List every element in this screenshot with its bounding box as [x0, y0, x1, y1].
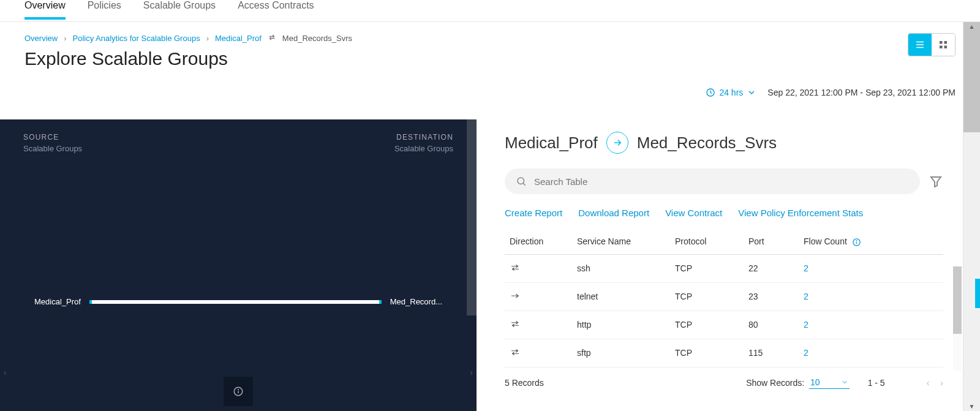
col-port[interactable]: Port	[744, 229, 799, 254]
flow-diagram: Medical_Prof Med_Record...	[0, 297, 477, 306]
tab-scalable-groups[interactable]: Scalable Groups	[143, 0, 216, 17]
cell-service: telnet	[572, 282, 670, 311]
cell-service: sftp	[572, 339, 670, 367]
flow-visualization-panel: SOURCE Scalable Groups DESTINATION Scala…	[0, 119, 477, 411]
col-protocol[interactable]: Protocol	[670, 229, 744, 254]
action-links: Create Report Download Report View Contr…	[505, 208, 943, 218]
view-toggle	[908, 33, 956, 56]
flow-bar[interactable]	[89, 300, 382, 304]
breadcrumb-policy-analytics[interactable]: Policy Analytics for Scalable Groups	[73, 34, 200, 43]
time-range-label: 24 hrs	[719, 88, 743, 97]
svg-line-12	[523, 183, 526, 186]
destination-header: DESTINATION	[394, 133, 453, 141]
records-count: 5 Records	[505, 378, 544, 388]
svg-rect-5	[940, 46, 943, 49]
cell-protocol: TCP	[670, 282, 744, 311]
viz-scrollbar[interactable]	[467, 119, 477, 315]
cell-protocol: TCP	[670, 254, 744, 282]
table-row: sshTCP222	[505, 254, 943, 282]
filter-button[interactable]	[929, 174, 943, 189]
tab-overview[interactable]: Overview	[24, 0, 66, 20]
cell-protocol: TCP	[670, 339, 744, 367]
detail-header: Medical_Prof Med_Records_Svrs	[505, 132, 943, 154]
show-records-label: Show Records:	[746, 378, 804, 388]
viz-next-button[interactable]: ›	[470, 368, 473, 377]
pager-next-button[interactable]: ›	[940, 378, 943, 388]
search-icon	[516, 176, 527, 187]
svg-point-15	[856, 240, 857, 241]
table-row: httpTCP802	[505, 311, 943, 339]
svg-rect-6	[944, 46, 948, 49]
breadcrumb: Overview › Policy Analytics for Scalable…	[24, 33, 956, 43]
scroll-down-icon[interactable]: ▼	[963, 403, 980, 410]
scroll-up-icon[interactable]: ▲	[963, 23, 980, 30]
top-tabs: Overview Policies Scalable Groups Access…	[0, 0, 980, 22]
cell-flow-count[interactable]: 2	[799, 254, 943, 282]
cell-protocol: TCP	[670, 311, 744, 339]
time-range-display: Sep 22, 2021 12:00 PM - Sep 23, 2021 12:…	[767, 88, 956, 97]
viz-info-button[interactable]	[224, 377, 253, 406]
svg-point-11	[518, 178, 524, 184]
direction-icon	[505, 339, 572, 367]
viz-prev-button[interactable]: ‹	[4, 368, 7, 377]
create-report-link[interactable]: Create Report	[505, 208, 562, 218]
time-range-selector[interactable]: 24 hrs	[706, 88, 756, 97]
tab-access-contracts[interactable]: Access Contracts	[238, 0, 314, 17]
page-title: Explore Scalable Groups	[24, 48, 956, 69]
detail-from: Medical_Prof	[505, 134, 598, 153]
view-policy-enforcement-link[interactable]: View Policy Enforcement Stats	[738, 208, 863, 218]
svg-rect-4	[944, 41, 948, 44]
chevron-right-icon: ›	[64, 34, 66, 43]
breadcrumb-current: Med_Records_Svrs	[282, 34, 352, 43]
col-direction[interactable]: Direction	[505, 229, 572, 254]
pager-prev-button[interactable]: ‹	[927, 378, 930, 388]
direction-icon	[505, 282, 572, 311]
source-node[interactable]: Medical_Prof	[34, 297, 81, 306]
col-service-name[interactable]: Service Name	[572, 229, 670, 254]
swap-icon	[268, 33, 276, 43]
destination-subheader: Scalable Groups	[394, 144, 453, 153]
svg-rect-3	[940, 41, 943, 44]
breadcrumb-medical-prof[interactable]: Medical_Prof	[215, 34, 262, 43]
cell-flow-count[interactable]: 2	[799, 311, 943, 339]
arrow-right-icon	[606, 132, 628, 154]
detail-panel: Medical_Prof Med_Records_Svrs Create Rep…	[477, 119, 962, 411]
breadcrumb-overview[interactable]: Overview	[24, 34, 58, 43]
source-subheader: Scalable Groups	[23, 144, 82, 153]
cell-flow-count[interactable]: 2	[799, 339, 943, 367]
pager-range: 1 - 5	[868, 378, 885, 388]
chevron-down-icon	[747, 88, 756, 97]
search-box[interactable]	[505, 168, 920, 194]
cell-service: ssh	[572, 254, 670, 282]
info-icon[interactable]	[852, 238, 861, 247]
chevron-down-icon	[841, 379, 848, 386]
table-row: telnetTCP232	[505, 282, 943, 311]
page-scrollbar[interactable]: ▲ ▼	[963, 22, 980, 411]
search-input[interactable]	[534, 176, 909, 187]
cell-port: 23	[744, 282, 799, 311]
col-flow-count[interactable]: Flow Count	[799, 229, 943, 254]
cell-service: http	[572, 311, 670, 339]
table-row: sftpTCP1152	[505, 339, 943, 367]
table-scrollbar[interactable]	[953, 266, 962, 371]
direction-icon	[505, 254, 572, 282]
cell-flow-count[interactable]: 2	[799, 282, 943, 311]
download-report-link[interactable]: Download Report	[578, 208, 649, 218]
chevron-right-icon: ›	[206, 34, 209, 43]
svg-point-10	[238, 390, 239, 390]
flow-table: Direction Service Name Protocol Port Flo…	[505, 229, 943, 368]
detail-to: Med_Records_Svrs	[637, 134, 777, 153]
tab-policies[interactable]: Policies	[88, 0, 121, 17]
view-contract-link[interactable]: View Contract	[665, 208, 722, 218]
show-records-select[interactable]: 10	[809, 377, 850, 389]
view-list-button[interactable]	[908, 34, 932, 56]
destination-node[interactable]: Med_Record...	[390, 297, 442, 306]
accent-bar	[975, 279, 980, 308]
direction-icon	[505, 311, 572, 339]
source-header: SOURCE	[23, 133, 82, 141]
cell-port: 22	[744, 254, 799, 282]
view-grid-button[interactable]	[932, 34, 955, 56]
cell-port: 80	[744, 311, 799, 339]
cell-port: 115	[744, 339, 799, 367]
